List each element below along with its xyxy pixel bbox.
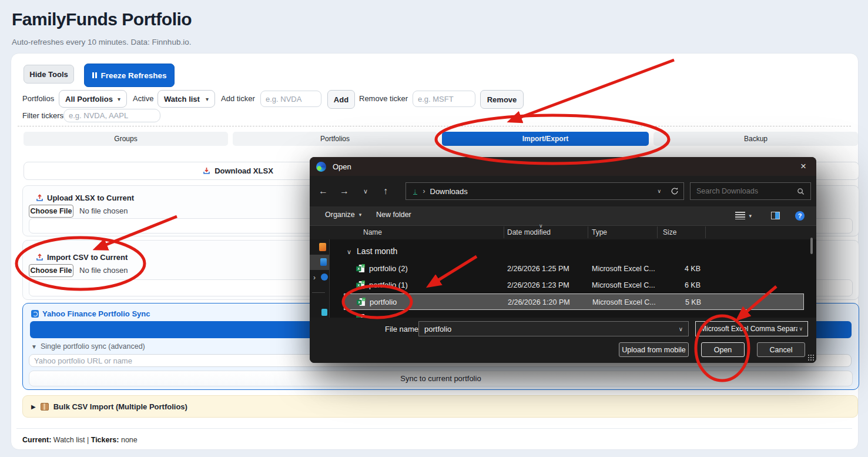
file-row-portfolio-1[interactable]: xa portfolio (1) 2/26/2026 1:23 PM Micro…: [344, 277, 804, 293]
view-mode-button[interactable]: ▾: [735, 212, 752, 219]
open-file-dialog: Open × ← → ∨ ↑ ↓ › Downloads ∨ Organize …: [310, 157, 816, 363]
current-value: Watch list: [53, 436, 85, 444]
add-ticker-input[interactable]: [260, 91, 321, 107]
file-name-combo[interactable]: ∨: [418, 321, 689, 336]
nav-pane-selected-item[interactable]: [310, 255, 329, 270]
remove-ticker-input[interactable]: [413, 91, 475, 107]
hide-tools-button[interactable]: Hide Tools: [24, 65, 74, 84]
freeze-refreshes-label: Freeze Refreshes: [101, 71, 167, 80]
group-label: Last month: [357, 246, 397, 256]
freeze-refreshes-button[interactable]: Freeze Refreshes: [84, 64, 175, 87]
column-type[interactable]: Type: [592, 228, 607, 236]
filter-tickers-label: Filter tickers: [22, 111, 63, 120]
tab-import-export-label: Import/Export: [522, 135, 569, 143]
section-divider: [18, 126, 851, 126]
package-icon: [41, 403, 49, 411]
file-size: 6 KB: [638, 281, 701, 289]
search-box[interactable]: [690, 182, 811, 200]
file-row-portfolio-2[interactable]: xa portfolio (2) 2/26/2026 1:25 PM Micro…: [344, 261, 804, 277]
file-name: portfolio: [370, 298, 397, 306]
resize-grip[interactable]: [807, 354, 814, 361]
back-icon[interactable]: ←: [316, 184, 331, 199]
refresh-icon[interactable]: [671, 187, 679, 195]
close-icon[interactable]: ×: [790, 157, 816, 176]
column-date-modified[interactable]: Date modified: [507, 228, 551, 236]
tab-groups[interactable]: Groups: [24, 132, 228, 146]
preview-pane-icon: [771, 212, 780, 219]
onedrive-icon[interactable]: [321, 273, 328, 281]
file-type-select[interactable]: Microsoft Excel Comma Separa ∨: [695, 321, 808, 336]
recent-locations-icon[interactable]: ∨: [358, 184, 373, 199]
search-icon: [797, 188, 805, 195]
single-sync-toggle[interactable]: ▼ Single portfolio sync (advanced): [31, 342, 145, 351]
dialog-titlebar[interactable]: Open ×: [310, 157, 816, 176]
pc-icon[interactable]: [321, 309, 327, 316]
sync-current-label: Sync to current portfolio: [400, 374, 481, 383]
svg-text:x: x: [358, 299, 361, 305]
column-name[interactable]: Name: [363, 228, 382, 236]
download-xlsx-label: Download XLSX: [215, 166, 273, 175]
downloads-folder-icon: ↓: [413, 188, 417, 195]
column-size[interactable]: Size: [663, 228, 676, 236]
import-csv-no-file-text: No file chosen: [79, 266, 128, 275]
active-portfolio-select[interactable]: Watch list ▾: [157, 90, 215, 108]
sync-current-button[interactable]: Sync to current portfolio: [29, 371, 853, 386]
dialog-footer: File name: ∨ Microsoft Excel Comma Separ…: [310, 318, 816, 363]
upload-icon: [36, 194, 43, 202]
dialog-nav-row: ← → ∨ ↑ ↓ › Downloads ∨: [310, 176, 816, 206]
file-name-input[interactable]: [419, 325, 676, 333]
upload-xlsx-choose-file-button[interactable]: Choose File: [29, 205, 73, 218]
remove-ticker-label: Remove ticker: [359, 94, 408, 103]
column-header-row: ∨ Name Date modified Type Size: [310, 225, 816, 240]
filter-tickers-input[interactable]: [63, 109, 160, 122]
tab-portfolios[interactable]: Portfolios: [233, 132, 437, 146]
new-folder-button[interactable]: New folder: [376, 211, 411, 219]
cancel-button[interactable]: Cancel: [757, 342, 805, 357]
file-row-portfolio-selected[interactable]: xa portfolio 2/26/2026 1:20 PM Microsoft…: [344, 293, 804, 310]
preview-pane-button[interactable]: [771, 212, 780, 219]
add-button[interactable]: Add: [327, 90, 355, 109]
column-divider: [588, 226, 588, 238]
file-type-value: Microsoft Excel Comma Separa: [701, 325, 797, 333]
tab-backup[interactable]: Backup: [653, 132, 858, 146]
svg-text:a: a: [363, 298, 365, 301]
import-csv-choose-file-button[interactable]: Choose File: [29, 264, 73, 277]
excel-file-icon: xa: [356, 264, 365, 273]
help-button[interactable]: ?: [795, 211, 805, 221]
expander-chevron-icon[interactable]: ›: [313, 273, 316, 282]
portfolios-select[interactable]: All Portfolios ▾: [59, 90, 127, 108]
home-icon[interactable]: [319, 243, 326, 251]
nav-pane-divider: [312, 292, 325, 293]
remove-button[interactable]: Remove: [480, 90, 524, 109]
svg-text:a: a: [363, 264, 364, 268]
tickers-label: Tickers:: [91, 436, 119, 444]
footer-divider: [16, 428, 852, 429]
upload-xlsx-no-file-text: No file chosen: [79, 206, 128, 215]
open-button[interactable]: Open: [701, 342, 745, 357]
chevron-down-icon: ▾: [206, 96, 209, 102]
search-input[interactable]: [691, 187, 796, 195]
help-icon: ?: [795, 211, 805, 221]
breadcrumb[interactable]: Downloads: [430, 187, 468, 196]
address-dropdown-icon[interactable]: ∨: [657, 188, 661, 194]
status-separator: |: [87, 436, 89, 444]
file-name-label: File name:: [385, 325, 421, 333]
choose-file-label: Choose File: [31, 207, 72, 215]
forward-icon[interactable]: →: [337, 184, 352, 199]
edge-logo-icon: [316, 162, 326, 172]
organize-menu[interactable]: Organize ▾: [325, 211, 361, 219]
group-last-month[interactable]: ∨ Last month: [347, 246, 397, 256]
add-button-label: Add: [334, 95, 348, 104]
file-date: 2/26/2026 1:25 PM: [507, 265, 569, 273]
download-icon: [203, 167, 210, 175]
address-bar[interactable]: ↓ › Downloads ∨: [405, 182, 684, 200]
page-title: FamilyFunds Portfolio: [12, 9, 192, 29]
file-name: portfolio (1): [369, 281, 408, 289]
upload-from-mobile-button[interactable]: Upload from mobile: [619, 342, 689, 357]
list-scrollbar[interactable]: [810, 238, 813, 254]
pause-icon: [92, 72, 97, 78]
bulk-csv-import-toggle[interactable]: ▶ Bulk CSV Import (Multiple Portfolios): [22, 395, 858, 418]
column-divider: [657, 226, 658, 238]
up-icon[interactable]: ↑: [378, 184, 393, 199]
tab-import-export[interactable]: Import/Export: [442, 132, 649, 146]
